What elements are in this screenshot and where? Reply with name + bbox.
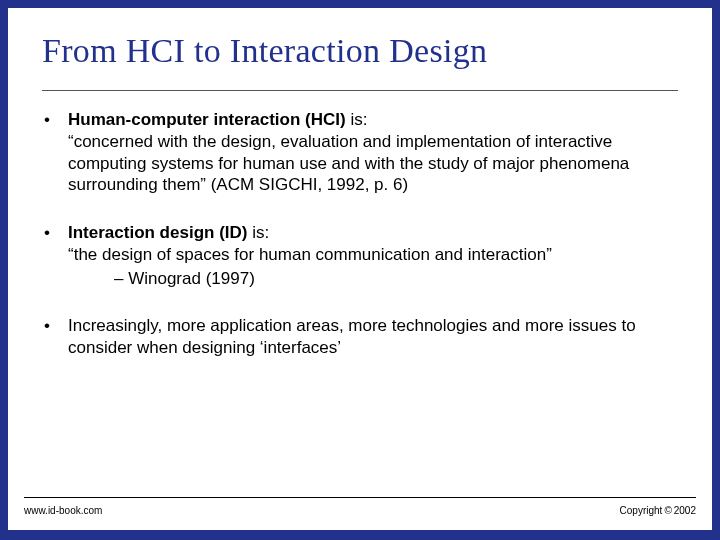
bullet-mark: •	[42, 109, 68, 196]
bullet-lead: Interaction design (ID)	[68, 223, 247, 242]
bullet-item: • Increasingly, more application areas, …	[42, 315, 678, 359]
bullet-lead: Human-computer interaction (HCI)	[68, 110, 346, 129]
copyright-prefix: Copyright	[620, 505, 663, 516]
bullet-body: Increasingly, more application areas, mo…	[68, 315, 678, 359]
slide: From HCI to Interaction Design • Human-c…	[8, 8, 712, 530]
bullet-text: “the design of spaces for human communic…	[68, 245, 552, 264]
bullet-item: • Interaction design (ID) is: “the desig…	[42, 222, 678, 289]
bullet-body: Human-computer interaction (HCI) is: “co…	[68, 109, 678, 196]
bullet-body: Interaction design (ID) is: “the design …	[68, 222, 678, 289]
bullet-mark: •	[42, 222, 68, 289]
copyright-symbol: ©	[664, 505, 671, 516]
bullet-text: Increasingly, more application areas, mo…	[68, 316, 636, 357]
bullet-lead-tail: is:	[247, 223, 269, 242]
footer: www.id-book.com Copyright © 2002	[16, 505, 704, 516]
footer-copyright: Copyright © 2002	[620, 505, 696, 516]
bullet-text: “concerned with the design, evaluation a…	[68, 132, 629, 195]
bullet-subtext: – Winograd (1997)	[68, 268, 678, 290]
copyright-year: 2002	[674, 505, 696, 516]
footer-divider	[24, 497, 696, 498]
slide-content: • Human-computer interaction (HCI) is: “…	[42, 109, 678, 359]
bullet-mark: •	[42, 315, 68, 359]
bullet-lead-tail: is:	[346, 110, 368, 129]
bullet-item: • Human-computer interaction (HCI) is: “…	[42, 109, 678, 196]
footer-url: www.id-book.com	[24, 505, 102, 516]
title-divider	[42, 90, 678, 91]
slide-title: From HCI to Interaction Design	[42, 32, 678, 70]
